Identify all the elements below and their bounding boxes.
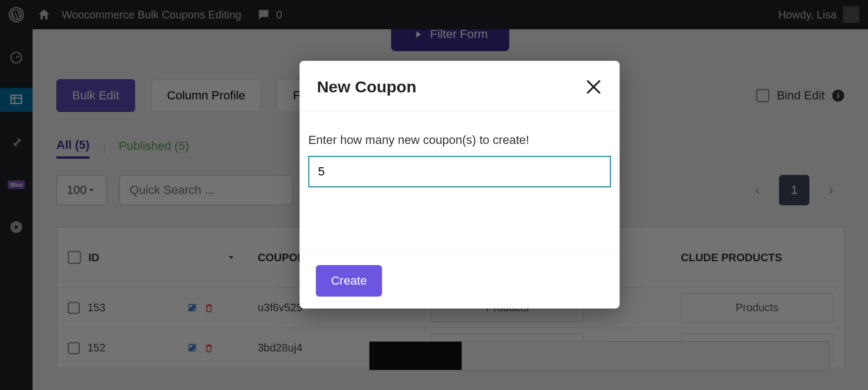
create-button[interactable]: Create (316, 265, 382, 297)
modal-title: New Coupon (317, 78, 416, 96)
coupon-count-input[interactable] (308, 156, 611, 187)
close-button[interactable] (583, 76, 604, 98)
new-coupon-modal: New Coupon Enter how many new coupon(s) … (299, 61, 620, 309)
modal-body: Enter how many new coupon(s) to create! (299, 111, 620, 253)
modal-header: New Coupon (299, 61, 620, 111)
modal-footer: Create (299, 253, 620, 309)
close-icon (583, 76, 604, 98)
modal-prompt: Enter how many new coupon(s) to create! (308, 133, 611, 147)
